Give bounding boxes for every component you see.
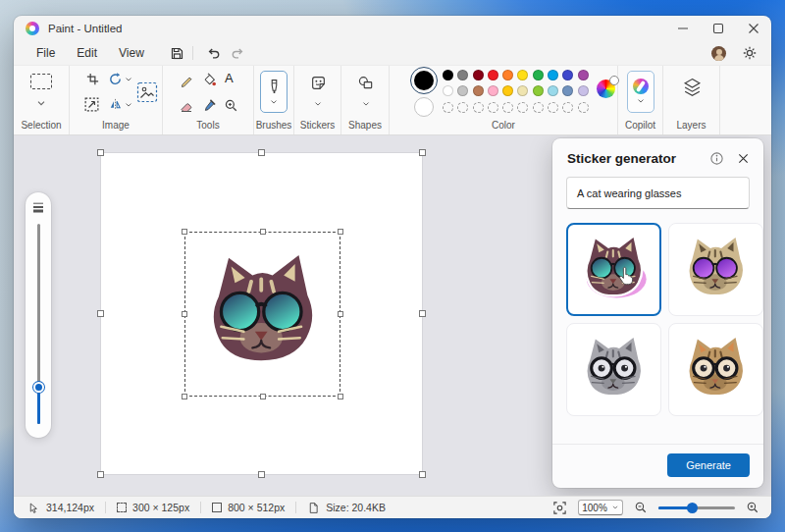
canvas-handle-middle-left[interactable] (97, 310, 104, 317)
flip-chevron-down-icon[interactable] (124, 100, 133, 110)
color-swatch[interactable] (457, 85, 468, 96)
empty-color-slot[interactable] (533, 102, 544, 113)
color-swatch[interactable] (502, 70, 513, 80)
layers-icon[interactable] (683, 78, 702, 98)
sticker-thumbnail-gray-cat-round-glasses[interactable] (566, 323, 661, 416)
color-swatch[interactable] (548, 85, 558, 96)
menu-edit[interactable]: Edit (66, 44, 108, 62)
zoom-in-icon[interactable] (746, 501, 759, 514)
selection-handle-bottom-right[interactable] (338, 394, 343, 399)
canvas-handle-bottom-right[interactable] (419, 471, 426, 478)
empty-color-slot[interactable] (548, 102, 558, 113)
pasted-cat-sticker[interactable] (187, 235, 338, 394)
zoom-slider-thumb[interactable] (687, 503, 698, 513)
stickers-icon[interactable] (310, 75, 327, 91)
flip-icon[interactable] (108, 97, 123, 112)
rotate-chevron-down-icon[interactable] (124, 75, 133, 84)
text-tool-icon[interactable]: A (225, 71, 234, 85)
selection-box[interactable] (184, 232, 340, 397)
cursor-position-icon (27, 502, 40, 514)
empty-color-slot[interactable] (562, 102, 573, 113)
rotate-icon[interactable] (108, 72, 123, 86)
undo-button[interactable] (205, 45, 221, 61)
size-slider-thumb[interactable] (33, 382, 44, 393)
canvas-handle-top-right[interactable] (419, 149, 426, 156)
color-swatch[interactable] (533, 70, 544, 80)
color-swatch[interactable] (443, 85, 453, 96)
empty-color-slot[interactable] (473, 102, 484, 113)
account-avatar[interactable] (711, 46, 726, 61)
color-swatch[interactable] (488, 85, 498, 96)
selection-handle-top-right[interactable] (338, 229, 343, 235)
redo-button[interactable] (231, 45, 246, 61)
color-swatch[interactable] (517, 70, 528, 80)
drawing-canvas[interactable] (101, 153, 422, 474)
color-picker-icon[interactable] (202, 98, 217, 113)
pencil-icon[interactable] (180, 73, 194, 87)
panel-close-icon[interactable] (737, 152, 750, 165)
color-swatch[interactable] (578, 85, 589, 96)
minimize-button[interactable] (665, 16, 701, 41)
info-icon[interactable] (709, 151, 724, 166)
color-swatch[interactable] (562, 85, 573, 96)
shapes-icon[interactable] (357, 75, 374, 91)
color-swatch[interactable] (578, 70, 589, 80)
selection-chevron-down-icon[interactable] (35, 97, 47, 109)
settings-gear-icon[interactable] (742, 45, 758, 61)
color-swatch[interactable] (548, 70, 558, 80)
color-swatch[interactable] (473, 70, 484, 80)
selection-handle-bottom-left[interactable] (182, 394, 187, 399)
selection-tool-button[interactable] (30, 74, 52, 89)
fill-bucket-icon[interactable] (202, 73, 217, 87)
color-swatch[interactable] (517, 85, 528, 96)
prompt-input[interactable]: A cat wearing glasses (566, 177, 750, 209)
sticker-thumbnail-tabby-kitten-round-glasses[interactable] (668, 323, 763, 416)
copilot-button[interactable] (627, 71, 654, 113)
edit-colors-wheel-icon[interactable] (597, 80, 615, 98)
statusbar: 314,124px 300 × 125px 800 × 512px Size: … (14, 496, 771, 518)
empty-color-slot[interactable] (488, 102, 498, 113)
color-swatch[interactable] (562, 70, 573, 80)
color-swatch[interactable] (443, 70, 453, 80)
selection-handle-bottom-middle[interactable] (260, 394, 266, 399)
sticker-thumbnail-dark-cat-teal-shades[interactable] (566, 223, 661, 316)
brushes-button[interactable] (260, 71, 288, 113)
canvas-handle-bottom-left[interactable] (97, 471, 104, 478)
menu-file[interactable]: File (26, 44, 66, 62)
empty-color-slot[interactable] (517, 102, 528, 113)
color-swatch[interactable] (457, 70, 468, 80)
canvas-handle-bottom-middle[interactable] (258, 471, 265, 478)
close-button[interactable] (736, 16, 771, 41)
shapes-chevron-down-icon[interactable] (361, 99, 371, 109)
image-ai-edit-icon[interactable] (136, 81, 158, 103)
menu-view[interactable]: View (108, 44, 155, 62)
empty-color-slot[interactable] (578, 102, 589, 113)
save-button[interactable] (169, 45, 184, 61)
fit-to-screen-icon[interactable] (552, 501, 567, 515)
sticker-thumbnail-tan-cat-purple-shades[interactable] (668, 223, 763, 316)
zoom-level-dropdown[interactable]: 100% (578, 500, 623, 515)
canvas-handle-top-middle[interactable] (258, 149, 265, 156)
magnifier-icon[interactable] (224, 98, 238, 113)
crop-icon[interactable] (85, 72, 100, 86)
zoom-slider[interactable] (658, 502, 735, 513)
color-swatch[interactable] (502, 85, 513, 96)
empty-color-slot[interactable] (457, 102, 468, 113)
color2-swatch[interactable] (414, 97, 434, 117)
empty-color-slot[interactable] (502, 102, 513, 113)
resize-icon[interactable] (83, 96, 100, 113)
stickers-chevron-down-icon[interactable] (313, 99, 323, 109)
canvas-handle-top-left[interactable] (97, 149, 104, 156)
generate-button[interactable]: Generate (667, 453, 750, 477)
color1-swatch[interactable] (414, 71, 434, 90)
stickers-group-label: Stickers (294, 120, 340, 131)
color-swatch[interactable] (488, 70, 498, 80)
selection-handle-middle-right[interactable] (338, 311, 343, 317)
canvas-handle-middle-right[interactable] (419, 310, 426, 317)
zoom-out-icon[interactable] (634, 501, 648, 514)
empty-color-slot[interactable] (443, 102, 453, 113)
color-swatch[interactable] (473, 85, 484, 96)
color-swatch[interactable] (533, 85, 544, 96)
maximize-button[interactable] (701, 16, 736, 41)
eraser-icon[interactable] (179, 98, 194, 114)
